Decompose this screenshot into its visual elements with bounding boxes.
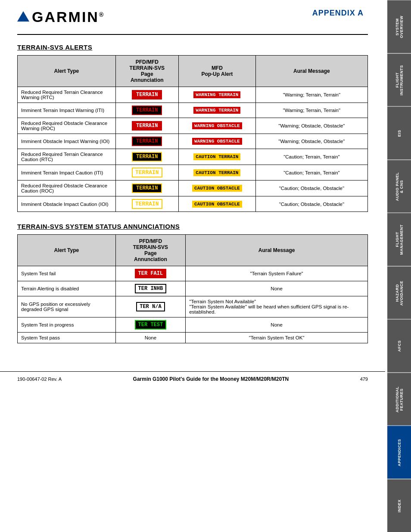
- aural-cell: "Caution; Terrain, Terrain": [255, 149, 367, 165]
- annunc-cell: TERRAIN: [115, 87, 178, 103]
- page-footer: 190-00647-02 Rev. A Garmin G1000 Pilot's…: [0, 371, 385, 386]
- aural-cell: "Terrain System Failure": [186, 266, 368, 281]
- popup-badge-warning-obstacle2: WARNING OBSTACLE: [192, 138, 242, 145]
- sidebar-tab-audio-panel[interactable]: AUDIO PANEL& CNS: [387, 160, 411, 213]
- terrain-badge-red-outline: TERRAIN: [132, 106, 162, 115]
- status-badge-ter-inhb: TER INHB: [135, 284, 167, 293]
- popup-cell: CAUTION OBSTACLE: [178, 180, 255, 196]
- alert-type-cell: Reduced Required Obstacle Clearance Warn…: [18, 118, 116, 134]
- alert-type-cell: System Test pass: [18, 333, 116, 343]
- col-header-popup: MFDPop-Up Alert: [178, 56, 255, 87]
- col-header-aural: Aural Message: [255, 56, 367, 87]
- alert-type-cell: System Test in progress: [18, 317, 116, 333]
- sidebar-tab-hazard-avoidance[interactable]: HAZARDAVOIDANCE: [387, 266, 411, 320]
- sidebar-tab-flight-instruments[interactable]: FLIGHTINSTRUMENTS: [387, 53, 411, 107]
- annunc-cell: TER INHB: [115, 281, 186, 296]
- col2-header-aural: Aural Message: [186, 235, 368, 266]
- sidebar-tab-system-overview[interactable]: SYSTEMOVERVIEW: [387, 0, 411, 53]
- status-table: Alert Type PFD/MFDTERRAIN-SVSPageAnnunci…: [17, 234, 368, 343]
- terrain-badge-yellow-outline: TERRAIN: [132, 168, 162, 177]
- terrain-badge-yellow-outline2: TERRAIN: [132, 199, 162, 209]
- appendix-label: APPENDIX A: [312, 9, 364, 18]
- popup-badge-caution-obstacle: CAUTION OBSTACLE: [192, 185, 242, 192]
- alert-type-cell: System Test fail: [18, 266, 116, 281]
- popup-badge-caution-terrain: CAUTION TERRAIN: [193, 153, 240, 160]
- aural-cell: "Warning; Terrain, Terrain": [255, 103, 367, 118]
- garmin-logo: GARMIN®: [17, 9, 105, 25]
- col2-header-annunc: PFD/MFDTERRAIN-SVSPageAnnunciation: [115, 235, 186, 266]
- footer-doc-number: 190-00647-02 Rev. A: [17, 376, 62, 382]
- col2-header-alert-type: Alert Type: [18, 235, 116, 266]
- aural-cell: "Terrain System Not Available" "Terrain …: [186, 296, 368, 317]
- terrain-badge-red-solid2: TERRAIN: [132, 121, 162, 131]
- aural-cell: None: [186, 281, 368, 296]
- table-row: Imminent Terrain Impact Caution (ITI) TE…: [18, 165, 368, 180]
- annunc-cell: TERRAIN: [115, 196, 178, 212]
- terrain-badge-red-outline2: TERRAIN: [132, 137, 162, 146]
- sidebar-tab-index[interactable]: INDEX: [387, 479, 411, 532]
- section1-title: TERRAIN-SVS ALERTS: [17, 44, 368, 51]
- alert-type-cell: Imminent Obstacle Impact Caution (IOI): [18, 196, 116, 212]
- popup-badge-warning-terrain: WARNING TERRAIN: [193, 91, 240, 98]
- alert-type-cell: Imminent Terrain Impact Warning (ITI): [18, 103, 116, 118]
- sidebar-tab-appendices[interactable]: APPENDICES: [387, 426, 411, 479]
- annunc-cell: None: [115, 333, 186, 343]
- alert-type-cell: No GPS position or excessively degraded …: [18, 296, 116, 317]
- aural-cell: "Terrain System Test OK": [186, 333, 368, 343]
- annunc-cell: TER N/A: [115, 296, 186, 317]
- popup-cell: CAUTION OBSTACLE: [178, 196, 255, 212]
- footer-page-number: 479: [360, 376, 368, 382]
- annunc-cell: TERRAIN: [115, 118, 178, 134]
- aural-cell: "Warning; Terrain, Terrain": [255, 87, 367, 103]
- table-row: System Test pass None "Terrain System Te…: [18, 333, 368, 343]
- status-badge-ter-test: TER TEST: [135, 320, 167, 330]
- annunc-cell: TERRAIN: [115, 134, 178, 149]
- popup-cell: CAUTION TERRAIN: [178, 149, 255, 165]
- sidebar-tab-afcs[interactable]: AFCS: [387, 319, 411, 373]
- section2-title: TERRAIN-SVS SYSTEM STATUS ANNUNCIATIONS: [17, 223, 368, 230]
- popup-cell: CAUTION TERRAIN: [178, 165, 255, 180]
- terrain-badge-yellow-solid: TERRAIN: [132, 152, 162, 162]
- annunc-cell: TERRAIN: [115, 103, 178, 118]
- table-row: Reduced Required Obstacle Clearance Warn…: [18, 118, 368, 134]
- popup-cell: WARNING TERRAIN: [178, 103, 255, 118]
- alert-type-cell: Reduced Required Obstacle Clearance Caut…: [18, 180, 116, 196]
- footer-title: Garmin G1000 Pilot's Guide for the Moone…: [133, 376, 289, 382]
- terrain-badge-red-solid: TERRAIN: [132, 90, 162, 100]
- status-badge-ter-fail: TER FAIL: [135, 269, 167, 278]
- col-header-annunc: PFD/MFDTERRAIN-SVSPageAnnunciation: [115, 56, 178, 87]
- table-row: Imminent Obstacle Impact Warning (IOI) T…: [18, 134, 368, 149]
- page-header: GARMIN® APPENDIX A: [17, 9, 368, 25]
- aural-cell: None: [186, 317, 368, 333]
- table-row: System Test fail TER FAIL "Terrain Syste…: [18, 266, 368, 281]
- popup-badge-caution-obstacle2: CAUTION OBSTACLE: [192, 201, 242, 208]
- annunc-cell: TERRAIN: [115, 180, 178, 196]
- aural-cell: "Caution; Terrain, Terrain": [255, 165, 367, 180]
- col-header-alert-type: Alert Type: [18, 56, 116, 87]
- table-row: Reduced Required Terrain Clearance Warni…: [18, 87, 368, 103]
- sidebar-tab-additional-features[interactable]: ADDITIONALFEATURES: [387, 373, 411, 426]
- alert-type-cell: Reduced Required Terrain Clearance Cauti…: [18, 149, 116, 165]
- table-row: Reduced Required Terrain Clearance Cauti…: [18, 149, 368, 165]
- aural-cell: "Warning; Obstacle, Obstacle": [255, 134, 367, 149]
- popup-cell: WARNING OBSTACLE: [178, 118, 255, 134]
- sidebar-tab-eis[interactable]: EIS: [387, 106, 411, 160]
- aural-cell: "Caution; Obstacle, Obstacle": [255, 196, 367, 212]
- alerts-table: Alert Type PFD/MFDTERRAIN-SVSPageAnnunci…: [17, 55, 368, 212]
- sidebar: SYSTEMOVERVIEW FLIGHTINSTRUMENTS EIS AUD…: [387, 0, 411, 532]
- alert-type-cell: Terrain Alerting is disabled: [18, 281, 116, 296]
- annunc-cell: TERRAIN: [115, 165, 178, 180]
- alert-type-cell: Reduced Required Terrain Clearance Warni…: [18, 87, 116, 103]
- table-row: No GPS position or excessively degraded …: [18, 296, 368, 317]
- table-row: Imminent Terrain Impact Warning (ITI) TE…: [18, 103, 368, 118]
- aural-cell: "Warning; Obstacle, Obstacle": [255, 118, 367, 134]
- sidebar-tab-flight-management[interactable]: FLIGHTMANAGEMENT: [387, 213, 411, 266]
- popup-badge-warning-terrain2: WARNING TERRAIN: [193, 107, 240, 114]
- status-badge-ter-na: TER N/A: [136, 302, 165, 311]
- annunc-cell: TER FAIL: [115, 266, 186, 281]
- table-row: Reduced Required Obstacle Clearance Caut…: [18, 180, 368, 196]
- popup-cell: WARNING TERRAIN: [178, 87, 255, 103]
- popup-badge-caution-terrain2: CAUTION TERRAIN: [193, 169, 240, 176]
- table-row: System Test in progress TER TEST None: [18, 317, 368, 333]
- table-row: Terrain Alerting is disabled TER INHB No…: [18, 281, 368, 296]
